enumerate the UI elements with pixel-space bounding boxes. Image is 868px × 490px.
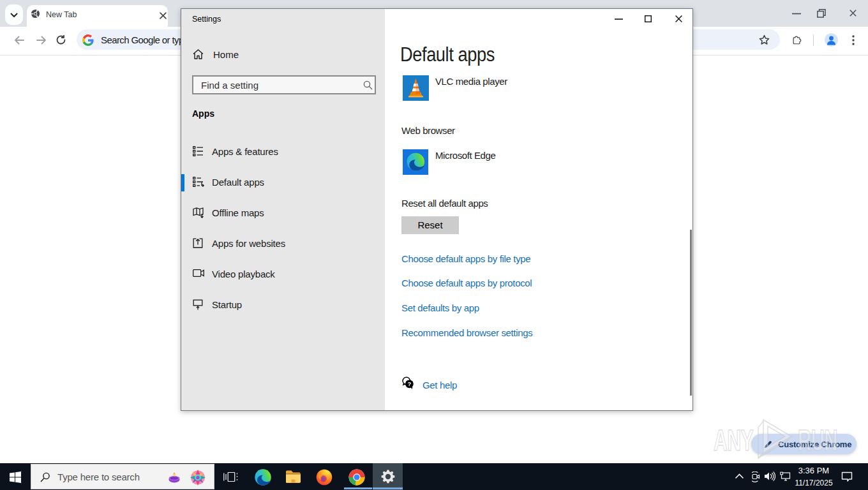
svg-text:?: ? [407,380,411,387]
svg-text:ANY: ANY [714,423,753,457]
